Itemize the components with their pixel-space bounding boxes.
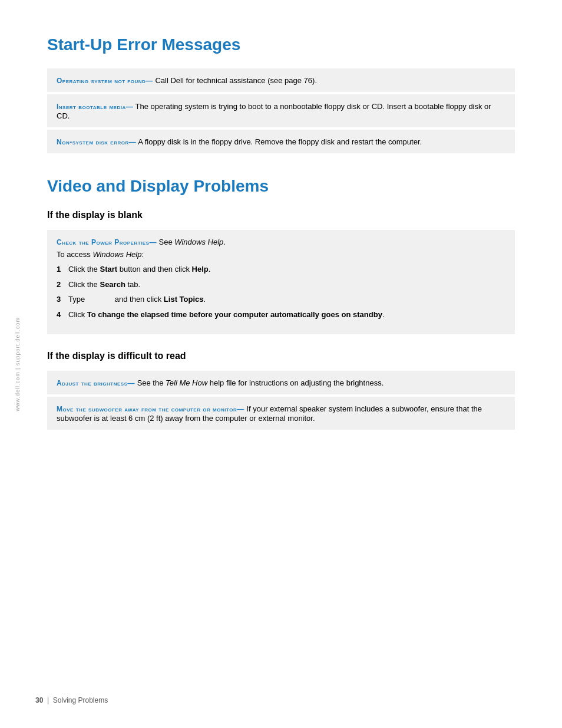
page-container: www.dell.com | support.dell.com Start-Up… xyxy=(0,0,562,728)
side-text: www.dell.com | support.dell.com xyxy=(15,317,21,411)
step-3: 3 Type and then click List Topics. xyxy=(57,294,505,305)
video-section-title: Video and Display Problems xyxy=(47,177,515,196)
check-power-properties-box: Check the Power Properties— See Windows … xyxy=(47,230,515,334)
footer-label: Solving Problems xyxy=(53,696,108,704)
step-number-3: 3 xyxy=(57,294,68,305)
side-margin: www.dell.com | support.dell.com xyxy=(0,0,35,728)
adjust-brightness-label: Adjust the brightness— xyxy=(57,379,135,387)
step-text-2: Click the Search tab. xyxy=(68,279,505,291)
info-box-move-subwoofer: Move the subwoofer away from the compute… xyxy=(47,397,515,430)
subsection-display-blank: If the display is blank xyxy=(47,210,515,220)
info-box-non-system-disk: Non-system disk error— A floppy disk is … xyxy=(47,130,515,153)
step-1: 1 Click the Start button and then click … xyxy=(57,263,505,275)
main-content: Start-Up Error Messages Operating system… xyxy=(35,0,562,728)
steps-list: 1 Click the Start button and then click … xyxy=(57,263,505,320)
check-power-label-line: Check the Power Properties— See Windows … xyxy=(57,237,505,246)
step-text-3: Type and then click List Topics. xyxy=(68,294,505,305)
footer-page-number: 30 xyxy=(35,696,43,704)
step-number-2: 2 xyxy=(57,279,68,291)
step-2: 2 Click the Search tab. xyxy=(57,279,505,291)
footer-separator: | xyxy=(43,696,52,704)
move-subwoofer-label: Move the subwoofer away from the compute… xyxy=(57,405,244,413)
display-difficult-boxes: Adjust the brightness— See the Tell Me H… xyxy=(47,371,515,430)
subsection-display-difficult: If the display is difficult to read xyxy=(47,351,515,361)
os-not-found-text: Call Dell for technical assistance (see … xyxy=(153,76,317,85)
step-4: 4 Click To change the elapsed time befor… xyxy=(57,309,505,321)
startup-section-title: Start-Up Error Messages xyxy=(47,35,515,54)
step-text-4: Click To change the elapsed time before … xyxy=(68,309,505,321)
check-power-label: Check the Power Properties— xyxy=(57,238,157,246)
os-not-found-label: Operating system not found— xyxy=(57,77,153,85)
startup-boxes-group: Operating system not found— Call Dell fo… xyxy=(47,68,515,153)
check-power-text: See Windows Help. xyxy=(157,238,226,246)
step-text-1: Click the Start button and then click He… xyxy=(68,263,505,275)
step-number-1: 1 xyxy=(57,263,68,275)
step-number-4: 4 xyxy=(57,309,68,321)
adjust-brightness-text: See the Tell Me How help file for instru… xyxy=(135,378,384,387)
page-footer: 30 | Solving Problems xyxy=(35,696,108,704)
to-access-text: To access Windows Help: xyxy=(57,250,505,259)
info-box-adjust-brightness: Adjust the brightness— See the Tell Me H… xyxy=(47,371,515,394)
info-box-os-not-found: Operating system not found— Call Dell fo… xyxy=(47,68,515,92)
insert-bootable-label: Insert bootable media— xyxy=(57,103,133,111)
non-system-disk-text: A floppy disk is in the floppy drive. Re… xyxy=(136,137,422,146)
non-system-disk-label: Non-system disk error— xyxy=(57,138,136,146)
info-box-insert-bootable: Insert bootable media— The operating sys… xyxy=(47,94,515,127)
